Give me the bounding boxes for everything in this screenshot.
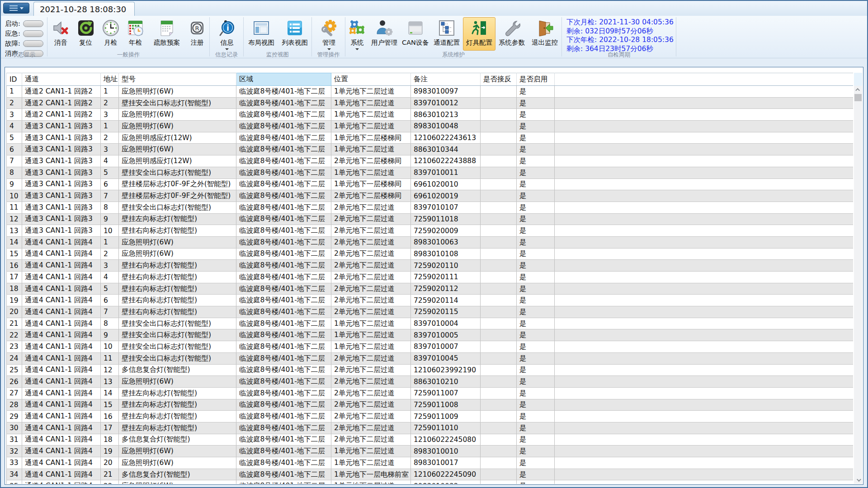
table-cell[interactable]: 是 [517, 225, 555, 237]
table-cell[interactable] [481, 387, 517, 399]
table-row[interactable]: 18通道4 CAN1-1 回路45壁挂右向标志灯(智能型)临波庭8号楼/401-… [7, 283, 854, 295]
table-cell[interactable]: 3 [101, 260, 119, 272]
table-cell[interactable]: 通道4 CAN1-1 回路4 [22, 306, 101, 318]
table-row[interactable]: 27通道4 CAN1-1 回路414壁挂左向标志灯(智能型)临波庭8号楼/401… [7, 387, 854, 399]
table-cell[interactable]: 12106022245080 [411, 434, 481, 446]
table-cell[interactable]: 临波庭8号楼/401-地下二层 [236, 190, 331, 202]
table-cell[interactable] [481, 329, 517, 341]
table-cell[interactable] [481, 144, 517, 155]
table-cell[interactable]: 是 [517, 144, 555, 155]
table-cell[interactable] [555, 121, 854, 132]
table-row[interactable]: 10通道3 CAN1-1 回路37壁挂楼层标志灯0F-9F之外(智能型)临波庭8… [7, 190, 854, 202]
table-cell[interactable] [481, 178, 517, 190]
table-cell[interactable]: 是 [517, 364, 555, 376]
table-cell[interactable]: 壁挂左向标志灯(智能型) [119, 213, 236, 225]
table-cell[interactable]: 35 [7, 480, 22, 484]
evacuation-plan-button[interactable]: 疏散预案 [148, 17, 186, 51]
column-header-location[interactable]: 位置 [331, 73, 411, 86]
table-cell[interactable]: 3 [7, 109, 22, 121]
table-cell[interactable]: 壁挂左向标志灯(智能型) [119, 411, 236, 422]
table-cell[interactable]: 1单元地下二层过道 [331, 167, 411, 178]
table-cell[interactable] [555, 260, 854, 272]
table-cell[interactable]: 3 [101, 144, 119, 155]
table-cell[interactable] [481, 341, 517, 353]
column-header-area[interactable]: 区域 [236, 73, 331, 86]
table-cell[interactable] [555, 399, 854, 411]
table-row[interactable]: 17通道4 CAN1-1 回路44壁挂右向标志灯(智能型)临波庭8号楼/401-… [7, 272, 854, 283]
scroll-up-button[interactable] [854, 86, 862, 94]
table-row[interactable]: 5通道3 CAN1-1 回路32应急照明感应灯(12W)临波庭8号楼/401-地… [7, 132, 854, 144]
table-cell[interactable]: 8 [7, 167, 22, 178]
table-cell[interactable] [481, 318, 517, 329]
table-cell[interactable]: 临波庭8号楼/401-地下二层 [236, 352, 331, 364]
table-cell[interactable]: 临波庭8号楼/401-地下二层 [236, 86, 331, 98]
table-cell[interactable]: 应急照明灯(6W) [119, 457, 236, 469]
table-cell[interactable]: 通道4 CAN1-1 回路4 [22, 399, 101, 411]
table-row[interactable]: 21通道4 CAN1-1 回路48壁挂安全出口标志灯(智能型)临波庭8号楼/40… [7, 318, 854, 329]
table-cell[interactable]: 2单元地下二层楼梯间 [331, 190, 411, 202]
table-cell[interactable] [481, 97, 517, 109]
table-cell[interactable]: 7259020110 [411, 260, 481, 272]
table-cell[interactable]: 12106022243613 [411, 132, 481, 144]
table-cell[interactable]: 17 [101, 422, 119, 434]
table-cell[interactable]: 22 [101, 480, 119, 484]
table-cell[interactable]: 应急照明感应灯(12W) [119, 155, 236, 167]
table-cell[interactable] [555, 86, 854, 98]
table-cell[interactable]: 1单元地下二层楼梯间 [331, 132, 411, 144]
table-cell[interactable]: 2单元地下二层过道 [331, 376, 411, 388]
table-cell[interactable]: 3 [101, 109, 119, 121]
table-cell[interactable]: 是 [517, 272, 555, 283]
table-row[interactable]: 24通道4 CAN1-1 回路411壁挂安全出口标志灯(智能型)临波庭8号楼/4… [7, 352, 854, 364]
table-cell[interactable]: 2单元地下二层过道 [331, 295, 411, 306]
table-cell[interactable]: 临波庭8号楼/401-地下二层 [236, 434, 331, 446]
table-cell[interactable]: 临波庭8号楼/401-地下二层 [236, 97, 331, 109]
table-cell[interactable]: 2 [101, 132, 119, 144]
table-row[interactable]: 30通道4 CAN1-1 回路417壁挂左向标志灯(智能型)临波庭8号楼/401… [7, 422, 854, 434]
table-cell[interactable]: 通道4 CAN1-1 回路4 [22, 295, 101, 306]
table-cell[interactable]: 34 [7, 469, 22, 480]
table-row[interactable]: 28通道4 CAN1-1 回路415壁挂左向标志灯(智能型)临波庭8号楼/401… [7, 399, 854, 411]
table-cell[interactable]: 通道4 CAN1-1 回路4 [22, 387, 101, 399]
table-cell[interactable]: 临波庭8号楼/401-地下二层 [236, 283, 331, 295]
table-cell[interactable]: 6961020010 [411, 178, 481, 190]
table-cell[interactable]: 2单元地下二层过道 [331, 306, 411, 318]
table-cell[interactable]: 应急照明灯(6W) [119, 121, 236, 132]
table-cell[interactable]: 通道4 CAN1-1 回路4 [22, 364, 101, 376]
table-cell[interactable]: 是 [517, 121, 555, 132]
column-header-enabled[interactable]: 是否启用 [517, 73, 555, 86]
table-cell[interactable] [481, 295, 517, 306]
table-cell[interactable] [555, 469, 854, 480]
table-cell[interactable]: 12106023992190 [411, 364, 481, 376]
table-cell[interactable] [555, 236, 854, 248]
table-cell[interactable]: 通道3 CAN1-1 回路3 [22, 121, 101, 132]
table-cell[interactable]: 是 [517, 178, 555, 190]
table-cell[interactable]: 8983010017 [411, 457, 481, 469]
table-cell[interactable]: 是 [517, 376, 555, 388]
table-cell[interactable]: 临波庭8号楼/401-地下二层 [236, 295, 331, 306]
table-cell[interactable] [481, 411, 517, 422]
user-management-button[interactable]: 用户管理 [368, 17, 401, 51]
table-row[interactable]: 19通道4 CAN1-1 回路46壁挂右向标志灯(智能型)临波庭8号楼/401-… [7, 295, 854, 306]
table-cell[interactable]: 通道4 CAN1-1 回路4 [22, 469, 101, 480]
table-cell[interactable]: 通道3 CAN1-1 回路3 [22, 190, 101, 202]
table-cell[interactable]: 8863010344 [411, 144, 481, 155]
table-row[interactable]: 15通道4 CAN1-1 回路42应急照明灯(6W)临波庭8号楼/401-地下二… [7, 248, 854, 260]
scroll-down-button[interactable] [854, 476, 862, 484]
table-cell[interactable]: 通道3 CAN1-1 回路3 [22, 167, 101, 178]
table-cell[interactable]: 通道4 CAN1-1 回路4 [22, 318, 101, 329]
table-cell[interactable]: 5 [101, 167, 119, 178]
table-row[interactable]: 6通道3 CAN1-1 回路33应急照明灯(6W)临波庭8号楼/401-地下二层… [7, 144, 854, 155]
table-cell[interactable]: 通道4 CAN1-1 回路4 [22, 422, 101, 434]
column-header-address[interactable]: 地址 [101, 73, 119, 86]
vertical-scrollbar[interactable] [854, 73, 862, 484]
table-cell[interactable]: 2 [101, 248, 119, 260]
table-cell[interactable]: 8397010004 [411, 318, 481, 329]
table-cell[interactable]: 12106022243888 [411, 155, 481, 167]
table-cell[interactable]: 8863010210 [411, 376, 481, 388]
table-cell[interactable]: 8397010005 [411, 329, 481, 341]
table-cell[interactable]: 7259011009 [411, 411, 481, 422]
table-row[interactable]: 32通道4 CAN1-1 回路419应急照明灯(6W)临波庭8号楼/401-地下… [7, 446, 854, 457]
table-cell[interactable]: 30 [7, 422, 22, 434]
table-cell[interactable]: 是 [517, 306, 555, 318]
table-cell[interactable]: 通道4 CAN1-1 回路4 [22, 480, 101, 484]
